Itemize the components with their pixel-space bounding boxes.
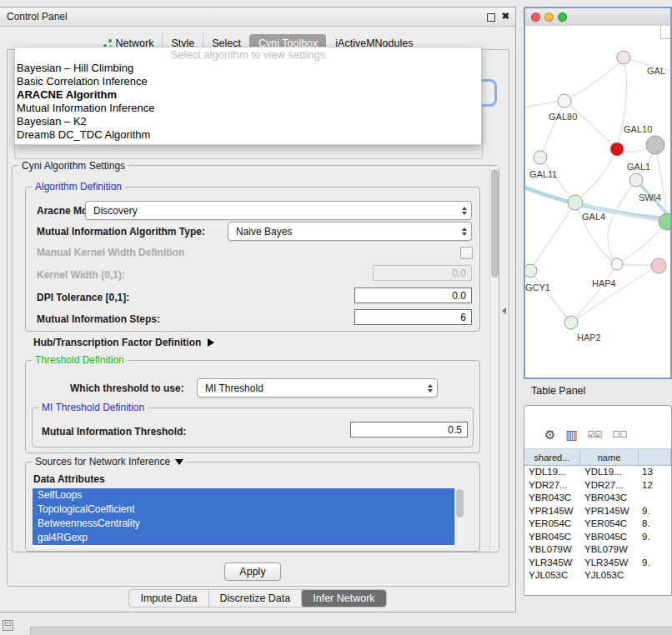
- table-cell: [639, 543, 671, 557]
- gear-icon[interactable]: ⚙: [544, 428, 555, 442]
- apply-button[interactable]: Apply: [224, 562, 281, 581]
- bottom-tab-discretize-data[interactable]: Discretize Data: [208, 590, 302, 607]
- network-canvas[interactable]: GALGAL80GAL10GAL11GAL1SWI4GAL4GCY1HAP4HA…: [525, 26, 670, 378]
- algorithm-option[interactable]: Mutual Information Inference: [15, 102, 481, 115]
- mi-threshold-group-title: MI Threshold Definition: [38, 402, 148, 413]
- table-row[interactable]: YBR045CYBR045C9.: [524, 531, 671, 544]
- close-traffic-icon[interactable]: [531, 12, 540, 22]
- manual-kernel-label: Manual Kernel Width Definition: [37, 247, 184, 258]
- zoom-traffic-icon[interactable]: [558, 12, 567, 22]
- network-node[interactable]: [558, 94, 571, 108]
- table-row[interactable]: YJL053CYJL053C: [524, 569, 671, 582]
- network-node[interactable]: [568, 195, 583, 210]
- table-row[interactable]: YDL19...YDL19...13: [524, 466, 671, 479]
- table-row[interactable]: YPR145WYPR145W9.: [524, 505, 671, 518]
- which-threshold-label: Which threshold to use:: [70, 382, 184, 394]
- data-attributes-listbox: SelfLoopsTopologicalCoefficientBetweenne…: [33, 488, 464, 548]
- dpi-tolerance-label: DPI Tolerance [0,1]:: [37, 292, 129, 303]
- table-cell: 8.: [639, 518, 671, 531]
- columns-icon[interactable]: ▥: [565, 428, 577, 442]
- table-row[interactable]: YDR27...YDR27...12: [524, 479, 671, 492]
- table-cell: 12: [639, 479, 671, 492]
- attribute-item[interactable]: gal4RGexp: [33, 531, 454, 545]
- kernel-width-field[interactable]: 0.0: [373, 265, 472, 281]
- manual-kernel-checkbox[interactable]: [460, 247, 473, 259]
- bottom-tab-infer-network[interactable]: Infer Network: [301, 590, 385, 607]
- network-edge: [571, 266, 659, 322]
- stepper-icon: [462, 202, 467, 219]
- algorithm-option[interactable]: Dream8 DC_TDC Algorithm: [15, 128, 481, 142]
- network-node[interactable]: [564, 316, 578, 329]
- settings-scrollbar[interactable]: [489, 166, 499, 551]
- algorithm-option[interactable]: Bayesian – Hill Climbing: [15, 62, 481, 75]
- table-row[interactable]: YLR345WYLR345W9.: [524, 557, 671, 570]
- table-cell: YLR345W: [580, 557, 639, 570]
- table-body: YDL19...YDL19...13YDR27...YDR27...12YBR0…: [524, 466, 671, 582]
- network-node[interactable]: [610, 142, 624, 156]
- mi-type-combobox[interactable]: Naive Bayes: [228, 222, 472, 241]
- table-cell: 9.: [639, 557, 671, 570]
- stepper-icon: [428, 379, 433, 397]
- hub-section-toggle[interactable]: Hub/Transcription Factor Definition: [33, 334, 214, 349]
- column-header[interactable]: [639, 449, 671, 465]
- deselect-all-icon[interactable]: ☐☐: [613, 428, 628, 442]
- algorithm-option[interactable]: ARACNE Algorithm: [15, 88, 481, 102]
- bottom-tab-impute-data[interactable]: Impute Data: [129, 590, 208, 607]
- node-label: GAL10: [624, 124, 652, 134]
- minimize-traffic-icon[interactable]: [544, 12, 554, 22]
- network-node[interactable]: [646, 136, 664, 154]
- data-attributes-list: SelfLoopsTopologicalCoefficientBetweenne…: [33, 488, 464, 545]
- which-threshold-combobox[interactable]: MI Threshold: [197, 378, 438, 398]
- dpi-tolerance-field[interactable]: 0.0: [354, 288, 472, 303]
- settings-scrollbar-thumb[interactable]: [491, 169, 499, 278]
- table-panel-window: ⚙▥☑☑☐☐ shared...name YDL19...YDL19...13Y…: [524, 405, 672, 596]
- table-row[interactable]: YBR043CYBR043C: [524, 492, 671, 505]
- sources-title[interactable]: Sources for Network Inference: [32, 456, 187, 468]
- network-view-titlebar[interactable]: [525, 8, 670, 27]
- network-node[interactable]: [534, 151, 547, 164]
- network-node[interactable]: [659, 213, 670, 230]
- close-icon[interactable]: ✖: [502, 11, 509, 22]
- splitter-collapse-icon[interactable]: [502, 308, 506, 314]
- algorithm-option[interactable]: Basic Correlation Inference: [15, 75, 481, 88]
- table-row[interactable]: YBL079WYBL079W: [524, 543, 671, 557]
- table-cell: YBR045C: [580, 531, 639, 544]
- mi-steps-label: Mutual Information Steps:: [37, 313, 160, 325]
- column-header[interactable]: name: [580, 449, 639, 465]
- aracne-mode-combobox[interactable]: Discovery: [85, 201, 472, 220]
- mi-type-value: Naive Bayes: [236, 226, 292, 238]
- table-cell: 9.: [639, 505, 671, 518]
- float-window-icon[interactable]: [487, 13, 495, 22]
- mi-threshold-field[interactable]: 0.5: [350, 422, 468, 438]
- dropdown-placeholder: Select algorithm to view settings: [15, 48, 481, 62]
- network-node[interactable]: [629, 173, 643, 187]
- attribute-item[interactable]: SelfLoops: [33, 488, 454, 502]
- node-label: GCY1: [525, 282, 550, 292]
- control-panel-titlebar[interactable]: Control Panel ✖: [0, 8, 515, 27]
- network-node[interactable]: [525, 264, 537, 278]
- bottom-tab-bar: Impute DataDiscretize DataInfer Network: [0, 589, 515, 608]
- node-label: GAL11: [529, 169, 557, 179]
- algorithm-option[interactable]: Bayesian – K2: [15, 115, 481, 128]
- panel-corner-icon[interactable]: [3, 620, 13, 631]
- mi-steps-field[interactable]: 6: [354, 309, 472, 325]
- table-cell: YPR145W: [524, 505, 580, 518]
- network-node[interactable]: [611, 258, 623, 270]
- bottom-status-strip: [30, 627, 672, 635]
- node-label: SWI4: [639, 192, 661, 202]
- network-node[interactable]: [651, 258, 666, 273]
- network-edge: [575, 149, 617, 202]
- attribute-item[interactable]: TopologicalCoefficient: [33, 502, 454, 517]
- attribute-item[interactable]: BetweennessCentrality: [33, 517, 454, 531]
- list-scrollbar-thumb[interactable]: [456, 489, 464, 518]
- network-node[interactable]: [617, 51, 630, 64]
- column-header[interactable]: shared...: [524, 449, 580, 465]
- table-row[interactable]: YER054CYER054C8.: [524, 518, 671, 531]
- window-title: Control Panel: [7, 11, 68, 22]
- network-edge: [608, 180, 636, 264]
- mi-threshold-label: Mutual Information Threshold:: [42, 426, 186, 438]
- select-all-icon[interactable]: ☑☑: [588, 428, 603, 442]
- stepper-icon: [462, 222, 467, 240]
- list-scrollbar[interactable]: [454, 488, 464, 548]
- node-label: GAL80: [549, 112, 577, 122]
